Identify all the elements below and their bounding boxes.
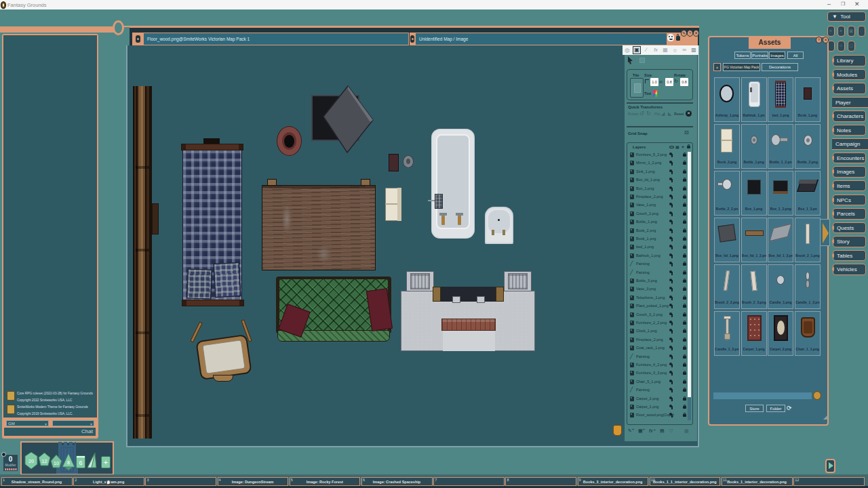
svg-text:12: 12 (42, 459, 47, 464)
svg-text:10: 10 (54, 461, 59, 466)
svg-text:20: 20 (28, 459, 34, 464)
svg-text:8: 8 (67, 460, 70, 465)
